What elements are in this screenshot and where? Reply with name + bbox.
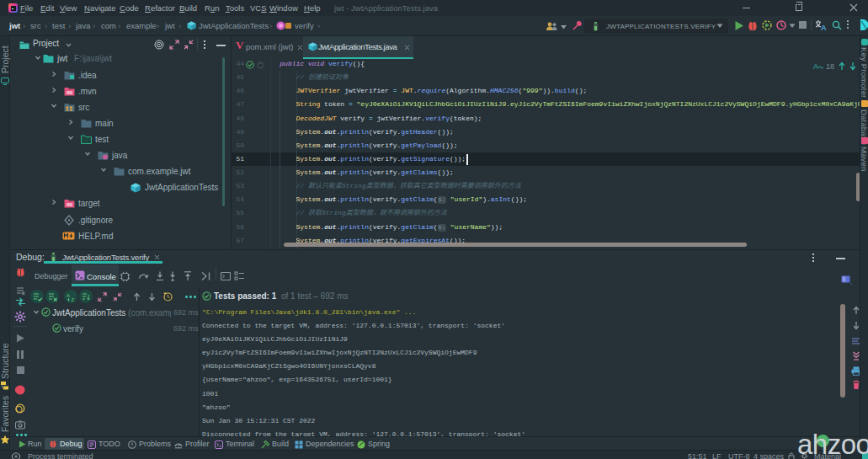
svg-text:A: A <box>813 62 818 71</box>
svg-text:Z: Z <box>72 297 75 302</box>
svg-text:A: A <box>67 293 70 298</box>
svg-text:A: A <box>821 24 827 31</box>
